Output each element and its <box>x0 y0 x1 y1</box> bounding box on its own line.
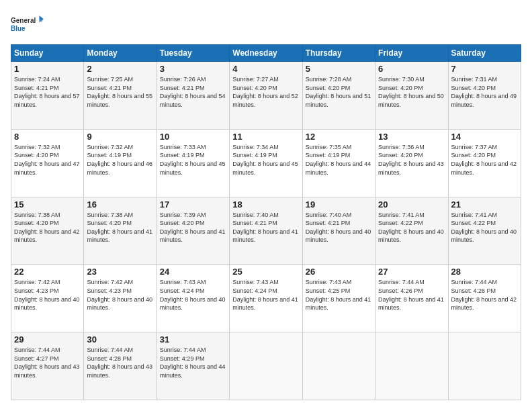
day-number: 9 <box>87 132 153 142</box>
day-number: 1 <box>14 64 81 74</box>
weekday-header-tuesday: Tuesday <box>157 45 229 62</box>
calendar-cell: 4 Sunrise: 7:27 AMSunset: 4:20 PMDayligh… <box>230 62 302 130</box>
svg-text:Blue: Blue <box>11 25 26 32</box>
day-info: Sunrise: 7:43 AMSunset: 4:25 PMDaylight:… <box>306 279 371 311</box>
calendar-cell: 5 Sunrise: 7:28 AMSunset: 4:20 PMDayligh… <box>302 62 375 130</box>
day-number: 10 <box>160 132 226 142</box>
calendar-cell: 24 Sunrise: 7:43 AMSunset: 4:24 PMDaylig… <box>157 265 229 332</box>
day-info: Sunrise: 7:42 AMSunset: 4:23 PMDaylight:… <box>14 279 80 311</box>
calendar-cell: 31 Sunrise: 7:44 AMSunset: 4:29 PMDaylig… <box>157 332 229 400</box>
day-number: 18 <box>232 199 299 210</box>
day-number: 24 <box>160 267 226 277</box>
calendar-cell: 9 Sunrise: 7:32 AMSunset: 4:19 PMDayligh… <box>84 129 157 197</box>
day-number: 12 <box>306 132 372 142</box>
calendar-cell: 30 Sunrise: 7:44 AMSunset: 4:28 PMDaylig… <box>84 332 157 400</box>
calendar-cell <box>375 332 448 400</box>
day-number: 16 <box>87 199 153 210</box>
weekday-header-thursday: Thursday <box>302 45 375 62</box>
svg-text:General: General <box>11 17 36 24</box>
day-number: 28 <box>451 267 518 277</box>
day-info: Sunrise: 7:43 AMSunset: 4:24 PMDaylight:… <box>160 279 226 311</box>
day-info: Sunrise: 7:44 AMSunset: 4:28 PMDaylight:… <box>87 347 152 379</box>
day-number: 7 <box>451 64 518 74</box>
day-info: Sunrise: 7:40 AMSunset: 4:21 PMDaylight:… <box>232 212 298 244</box>
day-number: 8 <box>14 132 81 142</box>
calendar-cell <box>302 332 375 400</box>
day-number: 19 <box>306 199 372 210</box>
calendar-cell: 20 Sunrise: 7:41 AMSunset: 4:22 PMDaylig… <box>375 197 448 265</box>
day-info: Sunrise: 7:25 AMSunset: 4:21 PMDaylight:… <box>87 76 152 108</box>
day-info: Sunrise: 7:44 AMSunset: 4:27 PMDaylight:… <box>14 347 80 379</box>
calendar-cell: 23 Sunrise: 7:42 AMSunset: 4:23 PMDaylig… <box>84 265 157 332</box>
day-info: Sunrise: 7:39 AMSunset: 4:20 PMDaylight:… <box>160 212 226 244</box>
calendar-cell: 2 Sunrise: 7:25 AMSunset: 4:21 PMDayligh… <box>84 62 157 130</box>
day-info: Sunrise: 7:38 AMSunset: 4:20 PMDaylight:… <box>87 212 152 244</box>
calendar-cell: 7 Sunrise: 7:31 AMSunset: 4:20 PMDayligh… <box>448 62 521 130</box>
weekday-header-sunday: Sunday <box>11 45 84 62</box>
calendar-cell: 18 Sunrise: 7:40 AMSunset: 4:21 PMDaylig… <box>230 197 302 265</box>
calendar-cell: 22 Sunrise: 7:42 AMSunset: 4:23 PMDaylig… <box>11 265 84 332</box>
day-number: 17 <box>160 199 226 210</box>
calendar-cell: 11 Sunrise: 7:34 AMSunset: 4:19 PMDaylig… <box>230 129 302 197</box>
day-number: 26 <box>306 267 372 277</box>
day-number: 14 <box>451 132 518 142</box>
day-info: Sunrise: 7:44 AMSunset: 4:26 PMDaylight:… <box>378 279 444 311</box>
day-info: Sunrise: 7:37 AMSunset: 4:20 PMDaylight:… <box>451 144 517 176</box>
day-info: Sunrise: 7:40 AMSunset: 4:21 PMDaylight:… <box>306 212 371 244</box>
day-info: Sunrise: 7:44 AMSunset: 4:26 PMDaylight:… <box>451 279 517 311</box>
day-info: Sunrise: 7:43 AMSunset: 4:24 PMDaylight:… <box>232 279 298 311</box>
day-number: 11 <box>232 132 299 142</box>
logo: General Blue <box>11 11 44 38</box>
day-number: 2 <box>87 64 153 74</box>
calendar-cell: 13 Sunrise: 7:36 AMSunset: 4:20 PMDaylig… <box>375 129 448 197</box>
day-number: 25 <box>232 267 299 277</box>
logo-svg: General Blue <box>11 11 44 38</box>
calendar-cell: 8 Sunrise: 7:32 AMSunset: 4:20 PMDayligh… <box>11 129 84 197</box>
calendar-cell: 15 Sunrise: 7:38 AMSunset: 4:20 PMDaylig… <box>11 197 84 265</box>
day-number: 20 <box>378 199 445 210</box>
calendar-cell: 6 Sunrise: 7:30 AMSunset: 4:20 PMDayligh… <box>375 62 448 130</box>
day-info: Sunrise: 7:26 AMSunset: 4:21 PMDaylight:… <box>160 76 226 108</box>
day-number: 5 <box>306 64 372 74</box>
day-info: Sunrise: 7:42 AMSunset: 4:23 PMDaylight:… <box>87 279 152 311</box>
day-number: 13 <box>378 132 445 142</box>
calendar-cell: 29 Sunrise: 7:44 AMSunset: 4:27 PMDaylig… <box>11 332 84 400</box>
day-info: Sunrise: 7:24 AMSunset: 4:21 PMDaylight:… <box>14 76 80 108</box>
calendar-cell: 17 Sunrise: 7:39 AMSunset: 4:20 PMDaylig… <box>157 197 229 265</box>
weekday-header-monday: Monday <box>84 45 157 62</box>
day-number: 3 <box>160 64 226 74</box>
day-info: Sunrise: 7:32 AMSunset: 4:20 PMDaylight:… <box>14 144 80 176</box>
weekday-header-friday: Friday <box>375 45 448 62</box>
day-number: 29 <box>14 334 81 345</box>
day-info: Sunrise: 7:33 AMSunset: 4:19 PMDaylight:… <box>160 144 226 176</box>
calendar-cell: 10 Sunrise: 7:33 AMSunset: 4:19 PMDaylig… <box>157 129 229 197</box>
day-number: 30 <box>87 334 153 345</box>
day-number: 21 <box>451 199 518 210</box>
calendar-cell: 25 Sunrise: 7:43 AMSunset: 4:24 PMDaylig… <box>230 265 302 332</box>
day-info: Sunrise: 7:31 AMSunset: 4:20 PMDaylight:… <box>451 76 517 108</box>
calendar-cell: 19 Sunrise: 7:40 AMSunset: 4:21 PMDaylig… <box>302 197 375 265</box>
day-number: 6 <box>378 64 445 74</box>
day-number: 23 <box>87 267 153 277</box>
day-number: 22 <box>14 267 81 277</box>
calendar-cell: 3 Sunrise: 7:26 AMSunset: 4:21 PMDayligh… <box>157 62 229 130</box>
day-info: Sunrise: 7:41 AMSunset: 4:22 PMDaylight:… <box>451 212 517 244</box>
calendar-cell <box>448 332 521 400</box>
day-info: Sunrise: 7:28 AMSunset: 4:20 PMDaylight:… <box>306 76 371 108</box>
calendar-cell: 16 Sunrise: 7:38 AMSunset: 4:20 PMDaylig… <box>84 197 157 265</box>
day-info: Sunrise: 7:38 AMSunset: 4:20 PMDaylight:… <box>14 212 80 244</box>
day-number: 27 <box>378 267 445 277</box>
calendar-table: SundayMondayTuesdayWednesdayThursdayFrid… <box>11 44 521 400</box>
day-info: Sunrise: 7:36 AMSunset: 4:20 PMDaylight:… <box>378 144 444 176</box>
calendar-cell: 27 Sunrise: 7:44 AMSunset: 4:26 PMDaylig… <box>375 265 448 332</box>
weekday-header-wednesday: Wednesday <box>230 45 302 62</box>
page: General Blue SundayMondayTuesdayWednesda… <box>0 0 532 411</box>
day-info: Sunrise: 7:34 AMSunset: 4:19 PMDaylight:… <box>232 144 298 176</box>
header: General Blue <box>11 11 521 38</box>
calendar-cell <box>230 332 302 400</box>
day-info: Sunrise: 7:41 AMSunset: 4:22 PMDaylight:… <box>378 212 444 244</box>
day-info: Sunrise: 7:30 AMSunset: 4:20 PMDaylight:… <box>378 76 444 108</box>
day-number: 15 <box>14 199 81 210</box>
calendar-cell: 12 Sunrise: 7:35 AMSunset: 4:19 PMDaylig… <box>302 129 375 197</box>
day-info: Sunrise: 7:44 AMSunset: 4:29 PMDaylight:… <box>160 347 226 379</box>
